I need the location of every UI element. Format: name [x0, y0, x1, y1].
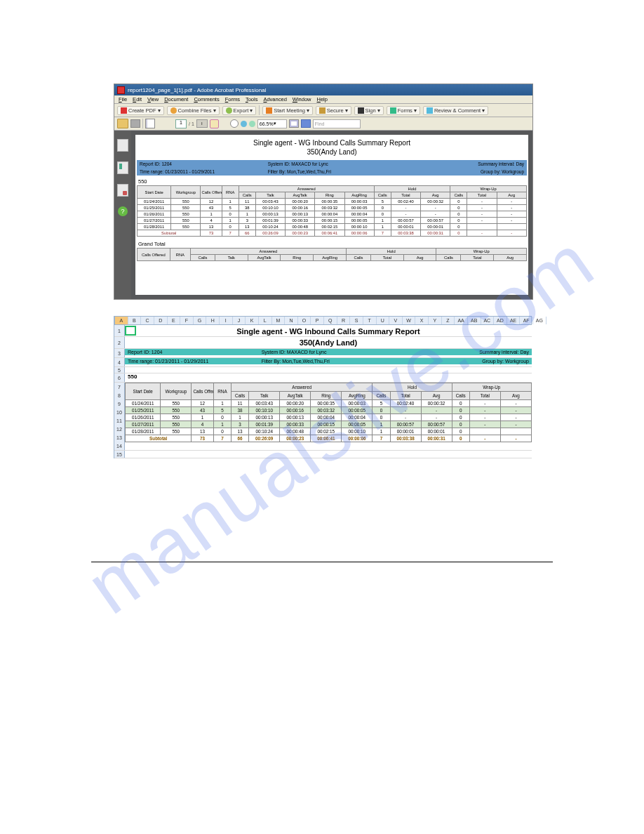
- menu-advanced[interactable]: Advanced: [263, 96, 286, 102]
- print-icon[interactable]: [130, 119, 140, 128]
- zoom-out-icon[interactable]: [241, 121, 247, 127]
- row-header[interactable]: 14: [114, 442, 125, 450]
- column-header[interactable]: D: [154, 317, 168, 324]
- document-area[interactable]: Single agent - WG Inbound Calls Summary …: [131, 131, 532, 299]
- column-header[interactable]: O: [298, 317, 311, 324]
- column-header[interactable]: AB: [468, 317, 481, 324]
- menu-file[interactable]: File: [119, 96, 127, 102]
- column-header[interactable]: AG: [533, 317, 546, 324]
- menu-view[interactable]: View: [147, 96, 159, 102]
- row-header[interactable]: 13: [114, 433, 125, 442]
- row-header[interactable]: 15: [114, 451, 125, 458]
- column-header[interactable]: H: [206, 317, 220, 324]
- hand-tool-icon[interactable]: [210, 119, 219, 128]
- back-icon[interactable]: [221, 120, 228, 127]
- cell: 00:26:09: [255, 230, 285, 237]
- marquee-zoom-icon[interactable]: [230, 119, 239, 128]
- column-header[interactable]: N: [285, 317, 298, 324]
- column-header[interactable]: W: [403, 317, 416, 324]
- fit-page-icon[interactable]: [289, 119, 299, 128]
- column-header[interactable]: J: [233, 317, 246, 324]
- prev-page-icon[interactable]: [157, 120, 164, 127]
- menu-document[interactable]: Document: [164, 96, 188, 102]
- column-header[interactable]: E: [168, 317, 181, 324]
- menubar[interactable]: File Edit View Document Comments Forms T…: [114, 95, 532, 104]
- cell: -: [469, 435, 500, 442]
- next-page-icon[interactable]: [166, 120, 173, 127]
- select-tool-icon[interactable]: I: [196, 119, 208, 128]
- meta-time-range: Time range: 01/23/2011 - 01/29/2011: [140, 169, 268, 174]
- column-header[interactable]: R: [337, 317, 351, 324]
- column-header[interactable]: G: [194, 317, 207, 324]
- zoom-level-select[interactable]: 66.5% ▾: [257, 119, 287, 128]
- find-next-icon[interactable]: [363, 120, 370, 127]
- column-header[interactable]: Z: [442, 317, 455, 324]
- cell: 00:00:15: [311, 421, 342, 428]
- row-header[interactable]: 5: [114, 367, 125, 373]
- create-pdf-button[interactable]: Create PDF ▾: [117, 106, 164, 115]
- sign-button[interactable]: Sign ▾: [354, 106, 384, 115]
- review-comment-button[interactable]: Review & Comment ▾: [423, 106, 488, 115]
- open-icon[interactable]: [117, 119, 128, 128]
- start-meeting-button[interactable]: Start Meeting ▾: [262, 106, 313, 115]
- column-header[interactable]: Y: [429, 317, 442, 324]
- cell: 00:00:31: [421, 230, 450, 237]
- column-header[interactable]: I: [220, 317, 233, 324]
- row-header[interactable]: 3: [114, 349, 125, 357]
- fit-width-icon[interactable]: [301, 119, 311, 128]
- bookmarks-panel-icon[interactable]: [117, 161, 128, 174]
- row-header[interactable]: 4: [114, 358, 125, 366]
- menu-help[interactable]: Help: [317, 96, 328, 102]
- xl-th-start-date: Start Date: [126, 383, 161, 400]
- column-header[interactable]: S: [350, 317, 363, 324]
- column-header[interactable]: C: [141, 317, 154, 324]
- row-header[interactable]: 12: [114, 425, 125, 433]
- column-header[interactable]: AC: [481, 317, 495, 324]
- table-row: 01/24/20115501211100:03:4300:00:2000:00:…: [126, 400, 532, 407]
- column-header[interactable]: AE: [507, 317, 521, 324]
- secure-button[interactable]: Secure ▾: [316, 106, 351, 115]
- menu-window[interactable]: Window: [293, 96, 311, 102]
- row-header[interactable]: 1: [114, 325, 125, 336]
- column-header[interactable]: Q: [324, 317, 337, 324]
- cell: 0: [374, 211, 391, 218]
- column-header[interactable]: AF: [520, 317, 533, 324]
- combine-files-button[interactable]: Combine Files ▾: [167, 106, 220, 115]
- column-header[interactable]: X: [415, 317, 429, 324]
- row-header[interactable]: 7: [114, 383, 125, 391]
- column-header[interactable]: T: [363, 317, 377, 324]
- forms-button[interactable]: Forms ▾: [387, 106, 420, 115]
- help-icon[interactable]: ?: [118, 206, 128, 216]
- column-header[interactable]: AA: [455, 317, 468, 324]
- column-header[interactable]: U: [377, 317, 390, 324]
- column-header[interactable]: V: [389, 317, 403, 324]
- row-header[interactable]: 10: [114, 408, 125, 416]
- column-header[interactable]: P: [311, 317, 324, 324]
- zoom-in-icon[interactable]: [249, 121, 255, 127]
- excel-subtitle: 350(Andy Land): [125, 337, 532, 350]
- pages-panel-icon[interactable]: [117, 139, 128, 152]
- cell: 01/28/2011: [137, 224, 171, 230]
- column-header[interactable]: A: [115, 317, 128, 324]
- menu-comments[interactable]: Comments: [194, 96, 219, 102]
- menu-tools[interactable]: Tools: [246, 96, 258, 102]
- column-header[interactable]: K: [246, 317, 259, 324]
- row-header[interactable]: 6: [114, 373, 125, 382]
- column-header[interactable]: L: [259, 317, 272, 324]
- column-header[interactable]: M: [272, 317, 286, 324]
- signatures-panel-icon[interactable]: [117, 184, 128, 197]
- page-view-icon[interactable]: [145, 119, 155, 128]
- active-cell[interactable]: [125, 326, 136, 336]
- menu-edit[interactable]: Edit: [133, 96, 142, 102]
- page-number-input[interactable]: 1: [175, 119, 187, 128]
- menu-forms[interactable]: Forms: [225, 96, 240, 102]
- column-header[interactable]: AD: [494, 317, 507, 324]
- export-button[interactable]: Export ▾: [222, 106, 257, 115]
- column-header[interactable]: F: [180, 317, 194, 324]
- row-header[interactable]: 8: [114, 391, 125, 399]
- row-header[interactable]: 11: [114, 416, 125, 425]
- row-header[interactable]: 2: [114, 337, 125, 348]
- column-header[interactable]: B: [128, 317, 142, 324]
- find-input[interactable]: Find: [313, 119, 361, 128]
- row-header[interactable]: 9: [114, 399, 125, 408]
